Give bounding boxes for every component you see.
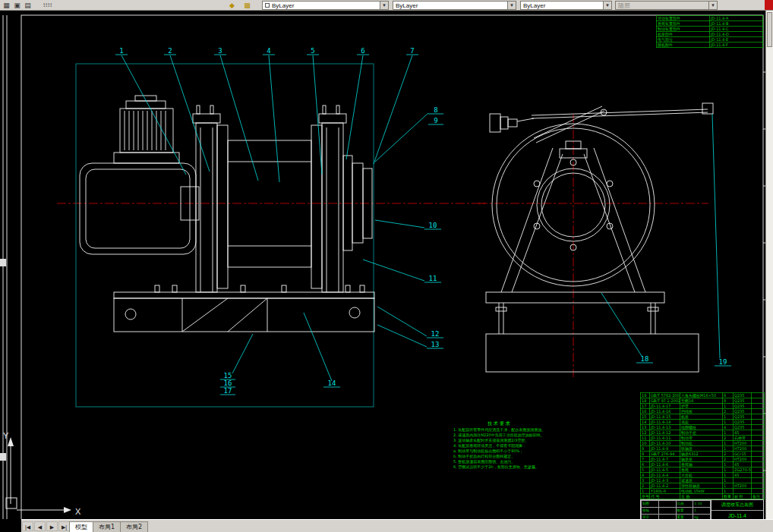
drawing-canvas[interactable]: 1 2 3 4 5 6 7 8 9 10 11 12 13 14 15 16 1… (0, 11, 765, 519)
table-row: 18GB/T 97.1-2002垫圈168Q235 (641, 398, 765, 404)
first-tab-button[interactable]: |◀ (22, 521, 33, 531)
table-cell: ZG270-500 (734, 467, 752, 473)
layer-previous-icon[interactable]: ▩ (241, 1, 253, 10)
last-tab-button[interactable]: ▶| (58, 521, 70, 531)
table-cell (752, 478, 765, 483)
next-tab-button[interactable]: ▶ (46, 521, 58, 531)
table-cell: 45 (734, 430, 752, 436)
table-cell: GB/T 276-94 (650, 452, 680, 457)
table-row: 校核数量1 (642, 508, 711, 515)
table-row: 6JD-11.4-6卷筒轴145 (641, 462, 765, 467)
table-cell: 卷筒装置部件 (657, 21, 710, 27)
table-cell: JD-11.4-9 (650, 446, 680, 452)
tab-model[interactable]: 模型 (69, 521, 93, 532)
table-cell (752, 398, 765, 404)
table-cell: 制动手把 (680, 430, 723, 436)
callout-label: 13 (431, 341, 440, 348)
table-cell: 2 (723, 409, 734, 414)
table-cell: 序号 (641, 494, 650, 499)
table-cell: 护罩 (680, 404, 723, 409)
linetype-combo[interactable]: ByLayer ▼ (393, 1, 516, 10)
callout-label: 8 (434, 106, 437, 114)
table-cell: 8 (723, 398, 734, 404)
table-row: 11JD-11.4-11制动带2石棉带 (641, 436, 765, 441)
layer-states-icon[interactable]: ↕↕↕↕ (34, 1, 60, 10)
table-row: 14JD-11.4-14底架1Q235 (641, 420, 765, 425)
table-cell: 1 (723, 430, 734, 436)
callout-label: 6 (361, 47, 364, 55)
table-cell: 1 (723, 404, 734, 409)
table-cell: 16 (641, 409, 650, 414)
table-cell: 4 (723, 425, 734, 430)
table-row: 12JD-11.4-12制动手把145 (641, 430, 765, 436)
callout-label: 10 (429, 222, 437, 229)
lineweight-combo[interactable]: ByLayer ▼ (520, 1, 612, 10)
table-cell (752, 425, 765, 430)
table-cell: GB/T 97.1-2002 (650, 398, 680, 404)
table-cell: 大齿轮 (680, 473, 723, 478)
table-cell (752, 430, 765, 436)
make-layer-current-icon[interactable]: ◆ (226, 1, 238, 10)
table-row: 8GB/T 276-94轴承63122GCr15 (641, 452, 765, 457)
plotstyle-combo: 随层 ▼ (615, 1, 718, 10)
table-cell: 45 (734, 473, 752, 478)
table-cell (752, 462, 765, 467)
table-cell: JD-11.4-E (710, 37, 763, 42)
table-cell: 1:10 (693, 501, 711, 508)
table-row: 3JD-11.4-3减速器1 (641, 478, 765, 483)
table-cell: 1 (723, 467, 734, 473)
table-cell: 电动机 15kW (680, 489, 723, 494)
note-line: 6. 空载试运转不少于2h，各部位无异响、无渗漏。 (453, 464, 544, 470)
color-combo-value: ByLayer (272, 2, 294, 9)
table-cell: 1 (723, 462, 734, 467)
properties-toolbar: ▦ ▣ ▤ ↕↕↕↕ ◆ ▩ ByLayer ▼ ByLayer ▼ ByLay… (0, 0, 773, 11)
layers-icon[interactable]: ▤ (23, 1, 33, 10)
tab-layout2[interactable]: 布局2 (120, 521, 148, 532)
table-cell: 9 (641, 446, 650, 452)
vertical-scrollbar[interactable] (765, 11, 773, 519)
callout-label: 11 (429, 275, 437, 282)
previous-tab-button[interactable]: ◀ (34, 521, 46, 531)
table-cell (752, 404, 765, 409)
note-line: 1. 装配前所有零件均应清洗干净，配合表面涂润滑油。 (453, 427, 544, 433)
table-cell: 6 (641, 462, 650, 467)
table-row: 随机附件JD-11.4-F (657, 42, 763, 48)
table-cell: HT200 (734, 446, 752, 452)
table-row: 17JD-11.4-17护罩1Q235 (641, 404, 765, 409)
table-cell: 2 (641, 483, 650, 489)
table-cell: GB/T 5782-2000 (650, 393, 680, 398)
table-row: 电气部分JD-11.4-E (657, 37, 763, 42)
table-cell: JD-11.4-15 (650, 414, 680, 420)
table-cell (752, 436, 765, 441)
table-cell: 1 (641, 489, 650, 494)
red-toolbar-icon[interactable] (765, 0, 773, 10)
table-cell: Q235 (734, 393, 752, 398)
osnap-icon[interactable]: ▦ (2, 1, 11, 10)
table-cell: 卷筒 (680, 467, 723, 473)
table-cell: Q235 (734, 425, 752, 430)
table-cell (658, 508, 676, 515)
scrollbar-thumb[interactable] (767, 12, 772, 47)
table-cell: 制动装置部件 (657, 27, 710, 32)
table-row: 4JD-11.4-4大齿轮145 (641, 473, 765, 478)
table-row: 19GB/T 5782-2000六角头螺栓M16×508Q235 (641, 393, 765, 398)
table-cell: 1 (723, 473, 734, 478)
grid-icon[interactable]: ▣ (12, 1, 22, 10)
ucs-x-label: X (75, 507, 81, 516)
table-cell: Q235 (734, 398, 752, 404)
table-cell: GCr15 (734, 452, 752, 457)
table-row: 15JD-11.4-15机座1Q235 (641, 414, 765, 420)
table-cell: 垫圈16 (680, 398, 723, 404)
tab-layout1[interactable]: 布局1 (93, 521, 121, 532)
callout-label: 18 (641, 355, 649, 363)
table-row: 序号代 号名 称数量材 料备注 (641, 494, 765, 499)
table-cell: 19 (641, 393, 650, 398)
table-cell: JD-11.4-2 (650, 483, 680, 489)
table-cell: 3 (641, 478, 650, 483)
table-cell: 1 (723, 489, 734, 494)
table-cell (752, 441, 765, 446)
color-combo[interactable]: ByLayer ▼ (262, 1, 389, 10)
table-cell (752, 473, 765, 478)
chevron-down-icon: ▼ (603, 2, 611, 9)
callout-label: 7 (410, 47, 414, 55)
